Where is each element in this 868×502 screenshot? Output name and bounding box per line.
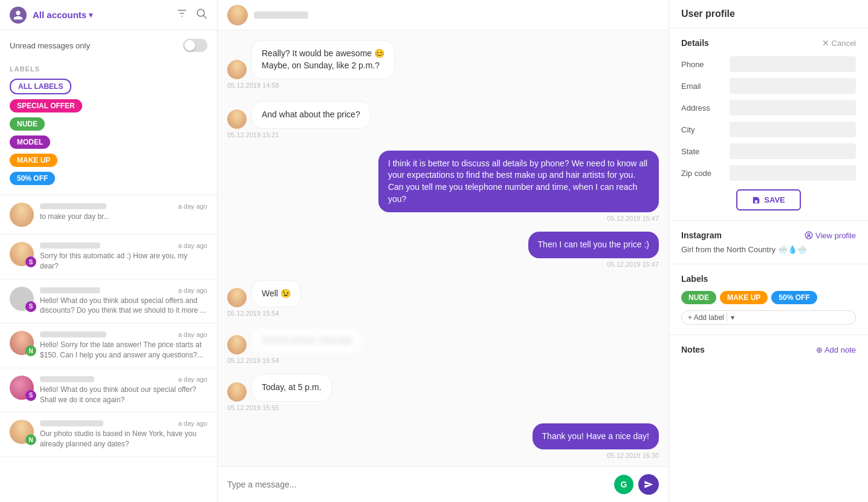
conv-content: a day ago Hello! What do you think about…	[40, 287, 207, 316]
email-input[interactable]	[730, 78, 856, 94]
panel-header: User profile	[669, 0, 868, 28]
message-input[interactable]	[227, 480, 608, 489]
conv-name	[40, 287, 100, 293]
conv-content: a day ago Hello! What do you think about…	[40, 376, 207, 405]
phone-label: Phone	[681, 60, 730, 69]
save-button[interactable]: SAVE	[736, 189, 800, 210]
platform-badge: N	[25, 345, 36, 356]
message-row: Well 😉	[227, 280, 659, 308]
conv-content: a day ago Hello! Sorry for the late answ…	[40, 331, 207, 360]
message-row: Really? It would be awesome 😊Maybe, on S…	[227, 40, 659, 79]
instagram-display-name: Girl from the North Country 🌨️💧🌧️	[681, 245, 856, 254]
label-50off-tag[interactable]: 50% OFF	[771, 291, 817, 304]
right-panel: User profile Details ✕ Cancel Phone Emai…	[669, 0, 868, 502]
unread-filter: Unread messages only	[0, 30, 217, 60]
panel-title: User profile	[681, 8, 735, 19]
platform-badge: N	[25, 434, 36, 445]
conv-preview: Our photo studio is based in New York, h…	[40, 429, 207, 449]
view-profile-button[interactable]: View profile	[805, 231, 856, 240]
message-bubble: And what about the price?	[251, 101, 371, 129]
avatar	[227, 288, 247, 307]
message-timestamp: 05.12.2019 16:30	[227, 452, 659, 459]
filter-icon[interactable]	[176, 7, 188, 22]
message-bubble: I think it is better to discuss all deta…	[378, 151, 659, 212]
notes-title: Notes	[681, 345, 705, 354]
conv-content: a day ago Sorry for this automatic ad :)…	[40, 242, 207, 272]
message-row: Thank you! Have a nice day!	[227, 423, 659, 450]
label-special-offer[interactable]: SPECIAL OFFER	[10, 99, 82, 112]
avatar	[227, 60, 247, 79]
message-bubble-blurred: blurred private message	[251, 327, 363, 354]
list-item[interactable]: S a day ago Sorry for this automatic ad …	[0, 235, 217, 279]
conv-preview: Hello! What do you think about our speci…	[40, 385, 207, 405]
chat-main: Really? It would be awesome 😊Maybe, on S…	[218, 0, 669, 502]
label-makeup[interactable]: MAKE UP	[10, 154, 57, 167]
phone-input[interactable]	[730, 56, 856, 72]
label-model[interactable]: MODEL	[10, 135, 50, 149]
list-item[interactable]: N a day ago Our photo studio is based in…	[0, 412, 217, 457]
message-timestamp: 05.12.2019 15:47	[227, 261, 659, 268]
message-timestamp: 05.12.2019 14:58	[227, 82, 659, 89]
labels-section: LABELS ALL LABELS SPECIAL OFFER NUDE MOD…	[0, 60, 217, 190]
search-icon[interactable]	[195, 7, 207, 22]
message-bubble: Then I can tell you the price :)	[528, 232, 659, 258]
conv-time: a day ago	[178, 242, 207, 249]
notes-section: Notes ⊕ Add note	[669, 335, 868, 364]
grammarly-icon[interactable]: G	[614, 475, 633, 494]
send-button[interactable]	[638, 474, 659, 495]
list-item[interactable]: N a day ago Hello! Sorry for the late an…	[0, 324, 217, 368]
city-label: City	[681, 125, 730, 134]
platform-badge: S	[25, 256, 36, 267]
conv-time: a day ago	[178, 376, 207, 383]
chat-header-name	[254, 11, 308, 19]
label-makeup-tag[interactable]: MAKE UP	[720, 291, 768, 304]
conv-time: a day ago	[178, 331, 207, 338]
label-all[interactable]: ALL LABELS	[10, 79, 71, 94]
instagram-section: Instagram View profile Girl from the Nor…	[669, 221, 868, 264]
all-accounts-selector[interactable]: All accounts ▾	[33, 10, 170, 20]
conv-preview: Hello! What do you think about special o…	[40, 296, 207, 316]
message-bubble: Today, at 5 p.m.	[251, 374, 332, 402]
address-input[interactable]	[730, 100, 856, 116]
conv-preview: to make your day br...	[40, 212, 207, 222]
conv-name	[40, 203, 106, 209]
chat-header	[218, 0, 669, 30]
conv-time: a day ago	[178, 203, 207, 210]
chat-header-avatar	[227, 5, 248, 25]
chat-messages: Really? It would be awesome 😊Maybe, on S…	[218, 30, 669, 466]
label-50off[interactable]: 50% OFF	[10, 172, 55, 185]
add-label-button[interactable]: + Add label ▾	[681, 310, 856, 325]
chevron-down-icon: ▾	[89, 11, 92, 19]
label-nude-tag[interactable]: NUDE	[681, 291, 716, 304]
list-item[interactable]: S a day ago Hello! What do you think abo…	[0, 279, 217, 324]
avatar	[227, 382, 247, 402]
details-section: Details ✕ Cancel Phone Email Address Cit…	[669, 28, 868, 221]
chat-input-area: G	[218, 466, 669, 502]
city-input[interactable]	[730, 122, 856, 137]
add-label-dropdown-icon[interactable]: ▾	[727, 313, 734, 322]
conv-time: a day ago	[178, 287, 207, 294]
conv-name	[40, 420, 103, 426]
conv-content: a day ago Our photo studio is based in N…	[40, 420, 207, 449]
sidebar: All accounts ▾ Unread messages only LABE…	[0, 0, 218, 502]
unread-toggle-switch[interactable]	[183, 39, 207, 52]
add-note-button[interactable]: ⊕ Add note	[816, 345, 856, 354]
labels-panel-list: NUDE MAKE UP 50% OFF	[681, 291, 856, 304]
platform-badge: S	[25, 390, 36, 401]
avatar	[10, 203, 34, 227]
conv-time: a day ago	[178, 420, 207, 427]
zip-input[interactable]	[730, 165, 856, 181]
avatar	[227, 335, 247, 354]
label-nude[interactable]: NUDE	[10, 117, 45, 131]
app-logo	[10, 7, 27, 24]
svg-line-4	[204, 16, 207, 19]
conv-preview: Sorry for this automatic ad :) How are y…	[40, 251, 207, 272]
state-input[interactable]	[730, 143, 856, 159]
message-timestamp: 05.12.2019 15:54	[227, 357, 659, 364]
list-item[interactable]: S a day ago Hello! What do you think abo…	[0, 368, 217, 413]
list-item[interactable]: a day ago to make your day br...	[0, 195, 217, 235]
sidebar-header: All accounts ▾	[0, 0, 217, 30]
cancel-button[interactable]: ✕ Cancel	[822, 38, 856, 48]
svg-point-3	[197, 9, 204, 16]
address-label: Address	[681, 103, 730, 112]
